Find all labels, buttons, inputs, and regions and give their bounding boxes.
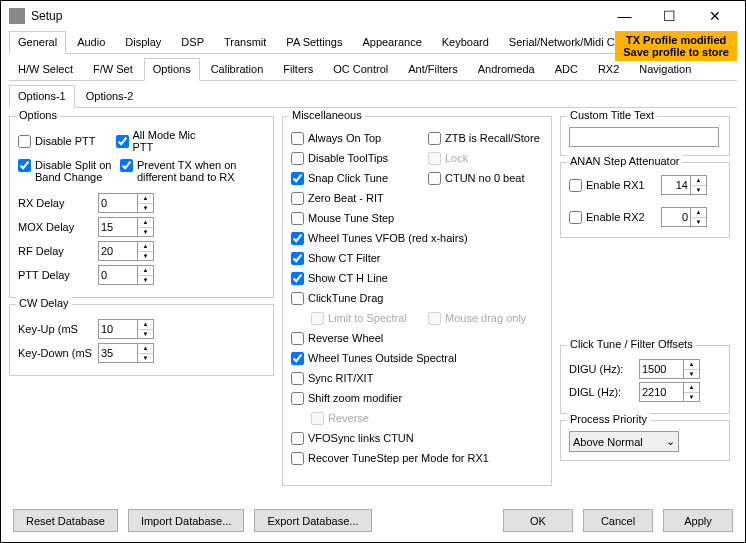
reverse-label: Reverse [328,412,369,424]
tab-hw-select[interactable]: H/W Select [9,58,82,80]
rf-delay-input[interactable] [98,241,138,261]
sync-rit-checkbox[interactable] [291,372,304,385]
export-database-button[interactable]: Export Database... [254,509,371,532]
tab-options-2[interactable]: Options-2 [77,85,143,107]
priority-value: Above Normal [573,436,643,448]
rx2-att-spinner[interactable]: ▲▼ [691,207,707,227]
disable-ptt-checkbox[interactable] [18,135,31,148]
show-ct-h-checkbox[interactable] [291,272,304,285]
ctun0-checkbox[interactable] [428,172,441,185]
recover-label: Recover TuneStep per Mode for RX1 [308,452,489,464]
group-options: Options Disable PTT All Mode Mic PTT Dis… [9,116,274,298]
show-ct-h-label: Show CT H Line [308,272,388,284]
tab-dsp[interactable]: DSP [172,31,213,53]
cancel-button[interactable]: Cancel [583,509,653,532]
recover-checkbox[interactable] [291,452,304,465]
shift-zoom-checkbox[interactable] [291,392,304,405]
tab-andromeda[interactable]: Andromeda [469,58,544,80]
tab-options[interactable]: Options [144,58,200,81]
tab-appearance[interactable]: Appearance [353,31,430,53]
disable-ptt-label: Disable PTT [35,135,96,147]
zero-beat-label: Zero Beat - RIT [308,192,384,204]
app-icon [9,8,25,24]
disable-tooltips-checkbox[interactable] [291,152,304,165]
digu-input[interactable] [639,359,684,379]
keydown-input[interactable] [98,343,138,363]
show-ct-filter-checkbox[interactable] [291,252,304,265]
tab-calibration[interactable]: Calibration [202,58,273,80]
tab-adc[interactable]: ADC [546,58,587,80]
title-text-input[interactable] [569,127,719,147]
ptt-delay-input[interactable] [98,265,138,285]
rx1-att-spinner[interactable]: ▲▼ [691,175,707,195]
minimize-button[interactable]: — [602,1,647,31]
rf-delay-spinner[interactable]: ▲▼ [138,241,154,261]
reset-database-button[interactable]: Reset Database [13,509,118,532]
ok-button[interactable]: OK [503,509,573,532]
tab-general[interactable]: General [9,31,66,54]
tab-rx2[interactable]: RX2 [589,58,628,80]
ztb-checkbox[interactable] [428,132,441,145]
close-button[interactable]: ✕ [692,1,737,31]
reverse-wheel-checkbox[interactable] [291,332,304,345]
legend-step-att: ANAN Step Attenuator [567,155,682,167]
keyup-label: Key-Up (mS [18,323,98,335]
tab-fw-set[interactable]: F/W Set [84,58,142,80]
keyup-spinner[interactable]: ▲▼ [138,319,154,339]
tx-profile-line1: TX Profile modified [626,34,726,46]
vfosync-label: VFOSync links CTUN [308,432,414,444]
keyup-input[interactable] [98,319,138,339]
apply-button[interactable]: Apply [663,509,733,532]
tab-audio[interactable]: Audio [68,31,114,53]
legend-offsets: Click Tune / Filter Offsets [567,338,696,350]
snap-label: Snap Click Tune [308,172,428,184]
wheel-vfob-checkbox[interactable] [291,232,304,245]
digu-spinner[interactable]: ▲▼ [684,359,700,379]
disable-split-checkbox[interactable] [18,159,31,172]
digl-input[interactable] [639,382,684,402]
button-bar: Reset Database Import Database... Export… [1,509,745,532]
import-database-button[interactable]: Import Database... [128,509,245,532]
digl-spinner[interactable]: ▲▼ [684,382,700,402]
enable-rx2-checkbox[interactable] [569,211,582,224]
digu-label: DIGU (Hz): [569,363,639,375]
lock-label: Lock [445,152,468,164]
ptt-delay-label: PTT Delay [18,269,98,281]
enable-rx1-checkbox[interactable] [569,179,582,192]
prevent-tx-checkbox[interactable] [120,159,133,172]
vfosync-checkbox[interactable] [291,432,304,445]
wheel-outside-checkbox[interactable] [291,352,304,365]
rx2-att-input[interactable] [661,207,691,227]
tab-options-1[interactable]: Options-1 [9,85,75,108]
all-mode-mic-checkbox[interactable] [116,135,129,148]
enable-rx1-label: Enable RX1 [586,179,661,191]
ptt-delay-spinner[interactable]: ▲▼ [138,265,154,285]
priority-select[interactable]: Above Normal [569,431,679,452]
clicktune-drag-checkbox[interactable] [291,292,304,305]
rx-delay-spinner[interactable]: ▲▼ [138,193,154,213]
tab-transmit[interactable]: Transmit [215,31,275,53]
maximize-button[interactable]: ☐ [647,1,692,31]
tab-ant-filters[interactable]: Ant/Filters [399,58,467,80]
tab-pa-settings[interactable]: PA Settings [277,31,351,53]
tab-filters[interactable]: Filters [274,58,322,80]
wheel-vfob-label: Wheel Tunes VFOB (red x-hairs) [308,232,468,244]
tx-profile-line2: Save profile to store [623,46,729,58]
tab-oc-control[interactable]: OC Control [324,58,397,80]
rx-delay-input[interactable] [98,193,138,213]
snap-checkbox[interactable] [291,172,304,185]
shift-zoom-label: Shift zoom modifier [308,392,402,404]
always-on-top-checkbox[interactable] [291,132,304,145]
tab-keyboard[interactable]: Keyboard [433,31,498,53]
legend-options: Options [16,109,60,121]
mox-delay-input[interactable] [98,217,138,237]
zero-beat-checkbox[interactable] [291,192,304,205]
mox-delay-spinner[interactable]: ▲▼ [138,217,154,237]
mouse-tune-checkbox[interactable] [291,212,304,225]
tab-display[interactable]: Display [116,31,170,53]
tab-navigation[interactable]: Navigation [630,58,700,80]
tx-profile-warning[interactable]: TX Profile modified Save profile to stor… [615,31,737,61]
keydown-spinner[interactable]: ▲▼ [138,343,154,363]
legend-cw: CW Delay [16,297,72,309]
rx1-att-input[interactable] [661,175,691,195]
